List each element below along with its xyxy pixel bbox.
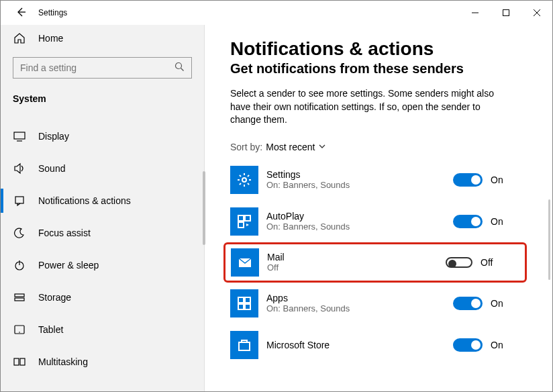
sender-status: On: Banners, Sounds <box>266 303 453 313</box>
sender-row[interactable]: AutoPlay On: Banners, Sounds On <box>230 201 527 242</box>
toggle-state-label: On <box>491 175 503 185</box>
window-controls <box>460 3 552 23</box>
sound-icon <box>13 162 26 175</box>
page-title: Notifications & actions <box>230 38 527 60</box>
page-subtitle: Get notifications from these senders <box>230 61 527 77</box>
titlebar: Settings <box>1 1 552 25</box>
tablet-icon <box>13 324 26 336</box>
svg-rect-20 <box>245 215 250 221</box>
page-description: Select a sender to see more settings. So… <box>230 87 512 127</box>
power-sleep-icon <box>13 259 26 271</box>
sender-name: Microsoft Store <box>266 340 453 350</box>
sidebar: Home System Display Sound Notification <box>1 25 205 391</box>
home-icon <box>13 32 26 44</box>
sidebar-item-power-sleep[interactable]: Power & sleep <box>1 249 204 281</box>
sender-text: Microsoft Store <box>266 340 453 350</box>
svg-point-5 <box>176 63 182 69</box>
toggle-state-label: Off <box>481 257 493 268</box>
search-input[interactable] <box>13 57 192 79</box>
sidebar-item-label: Display <box>38 131 69 142</box>
toggle-switch[interactable] <box>453 338 483 352</box>
display-icon <box>13 130 26 142</box>
notifications-icon <box>13 195 26 207</box>
sender-app-icon <box>230 289 258 317</box>
minimize-button[interactable] <box>460 3 491 23</box>
storage-icon <box>13 291 26 303</box>
toggle-state-label: On <box>491 216 503 227</box>
sender-text: Settings On: Banners, Sounds <box>266 169 453 190</box>
sender-row[interactable]: Microsoft Store On <box>230 324 527 366</box>
sender-text: Apps On: Banners, Sounds <box>266 293 453 313</box>
sidebar-item-label: Multitasking <box>38 356 88 367</box>
toggle-switch[interactable] <box>453 173 483 187</box>
sender-list: Settings On: Banners, Sounds On AutoPlay… <box>230 159 527 366</box>
sidebar-item-tablet[interactable]: Tablet <box>1 313 204 346</box>
sender-app-icon <box>230 166 258 194</box>
sender-status: On: Banners, Sounds <box>266 222 453 232</box>
sender-status: On: Banners, Sounds <box>266 180 453 190</box>
sender-row[interactable]: Settings On: Banners, Sounds On <box>230 159 527 201</box>
sidebar-item-sound[interactable]: Sound <box>1 152 204 185</box>
window-title: Settings <box>38 8 67 17</box>
back-icon[interactable] <box>15 7 26 19</box>
svg-rect-25 <box>238 304 244 309</box>
sender-text: Mail Off <box>267 252 446 273</box>
toggle-state-label: On <box>491 340 503 350</box>
sender-name: AutoPlay <box>266 211 453 222</box>
svg-rect-2 <box>503 10 509 16</box>
svg-rect-9 <box>15 197 23 203</box>
main: Home System Display Sound Notification <box>1 25 552 391</box>
sidebar-item-storage[interactable]: Storage <box>1 281 204 313</box>
sender-status: Off <box>267 262 446 273</box>
content: Notifications & actions Get notification… <box>205 25 552 391</box>
multitasking-icon <box>13 356 26 368</box>
sidebar-item-display[interactable]: Display <box>1 120 204 152</box>
sender-row[interactable]: Mail Off Off <box>223 242 527 283</box>
close-button[interactable] <box>521 3 552 23</box>
chevron-down-icon <box>318 142 326 152</box>
sidebar-item-label: Focus assist <box>38 228 91 238</box>
sender-text: AutoPlay On: Banners, Sounds <box>266 211 453 232</box>
home-button[interactable]: Home <box>1 25 204 52</box>
sender-app-icon <box>230 331 258 359</box>
sender-name: Settings <box>266 169 453 180</box>
sender-name: Mail <box>267 252 446 262</box>
search-field[interactable] <box>20 62 174 73</box>
svg-rect-21 <box>238 222 244 228</box>
svg-rect-23 <box>238 297 244 303</box>
sidebar-item-notifications[interactable]: Notifications & actions <box>1 185 204 217</box>
sender-app-icon <box>230 207 258 236</box>
svg-rect-13 <box>15 298 24 301</box>
svg-rect-19 <box>238 215 244 221</box>
sidebar-item-label: Sound <box>38 163 65 174</box>
toggle-state-label: On <box>491 298 503 309</box>
section-label: System <box>1 85 204 113</box>
sender-name: Apps <box>266 293 453 303</box>
svg-point-18 <box>242 178 246 182</box>
svg-rect-26 <box>245 304 250 309</box>
focus-assist-icon <box>13 227 26 239</box>
svg-rect-16 <box>14 358 19 365</box>
sender-app-icon <box>231 248 259 277</box>
sidebar-item-focus-assist[interactable]: Focus assist <box>1 217 204 249</box>
sort-value: Most recent <box>266 142 315 152</box>
svg-rect-12 <box>15 294 24 297</box>
sidebar-item-multitasking[interactable]: Multitasking <box>1 346 204 378</box>
svg-rect-24 <box>245 297 250 303</box>
toggle-switch[interactable] <box>446 257 472 268</box>
sort-label: Sort by: <box>230 142 262 152</box>
sender-row[interactable]: Apps On: Banners, Sounds On <box>230 283 527 324</box>
home-label: Home <box>38 33 63 44</box>
svg-point-15 <box>19 332 20 333</box>
sort-by-button[interactable]: Sort by: Most recent <box>230 142 527 152</box>
toggle-switch[interactable] <box>453 215 483 228</box>
svg-rect-17 <box>20 358 25 365</box>
svg-rect-7 <box>14 132 25 139</box>
sidebar-item-label: Storage <box>38 292 71 303</box>
search-icon <box>174 62 185 74</box>
sidebar-item-label: Notifications & actions <box>38 195 131 206</box>
svg-line-6 <box>181 68 184 71</box>
sidebar-item-label: Tablet <box>38 324 63 335</box>
toggle-switch[interactable] <box>453 297 483 310</box>
maximize-button[interactable] <box>491 3 521 23</box>
